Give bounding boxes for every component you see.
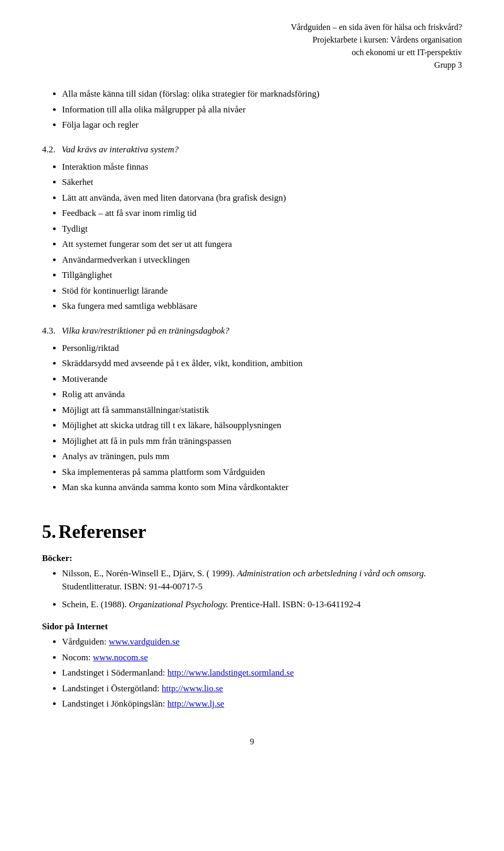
list-item: Stöd för kontinuerligt lärande bbox=[62, 284, 462, 298]
book1-italic: Administration och arbetsledning i vård … bbox=[237, 568, 426, 578]
list-item: Att systemet fungerar som det ser ut att… bbox=[62, 237, 462, 251]
list-item: Analys av träningen, puls mm bbox=[62, 450, 462, 463]
books-label: Böcker: bbox=[42, 553, 462, 564]
page-number: 9 bbox=[42, 737, 462, 746]
book2-italic: Organizational Psychology. bbox=[129, 599, 228, 609]
header-line3: och ekonomi ur ett IT-perspektiv bbox=[42, 46, 462, 59]
list-item: Rolig att använda bbox=[62, 388, 462, 401]
top-bullets-section: Alla måste känna till sidan (förslag: ol… bbox=[42, 87, 462, 132]
internet-item-4-label: Landstinget i Jönköpingslän: bbox=[62, 699, 167, 709]
section-5-title: Referenser bbox=[58, 521, 146, 542]
list-item: Information till alla olika målgrupper p… bbox=[62, 103, 462, 117]
internet-item-0-label: Vårdguiden: bbox=[62, 637, 109, 647]
internet-link-2[interactable]: http://www.landstinget.sormland.se bbox=[167, 668, 294, 678]
section-5-heading: 5. Referenser bbox=[42, 521, 462, 543]
list-item: Tydligt bbox=[62, 222, 462, 236]
book2-end: Prentice-Hall. ISBN: 0-13-641192-4 bbox=[230, 599, 361, 609]
list-item: Landstinget i Jönköpingslän: http://www.… bbox=[62, 697, 462, 711]
internet-item-2-label: Landstinget i Södermanland: bbox=[62, 668, 167, 678]
interaktiva-bullets-section: Interaktion måste finnas Säkerhet Lätt a… bbox=[42, 160, 462, 313]
book1-end: Studentlitteratur. ISBN: 91-44-00717-5 bbox=[62, 582, 203, 591]
page-header: Vårdguiden – en sida även för hälsa och … bbox=[42, 21, 462, 71]
list-item: Följa lagar och regler bbox=[62, 118, 462, 132]
book1-normal: Nilsson, E., Norén-Winsell E., Djärv, S.… bbox=[62, 568, 235, 578]
traningsdagbok-bullets-section: Personlig/riktad Skräddarsydd med avseen… bbox=[42, 341, 462, 494]
books-list: Nilsson, E., Norén-Winsell E., Djärv, S.… bbox=[62, 567, 462, 611]
list-item: Säkerhet bbox=[62, 175, 462, 189]
list-item: Interaktion måste finnas bbox=[62, 160, 462, 174]
list-item: Feedback – att få svar inom rimlig tid bbox=[62, 206, 462, 220]
list-item: Vårdguiden: www.vardguiden.se bbox=[62, 635, 462, 649]
internet-label: Sidor på Internet bbox=[42, 621, 462, 632]
list-item: Möjligt att få sammanställningar/statist… bbox=[62, 403, 462, 417]
section-43-heading: 4.3. Vilka krav/restriktioner på en trän… bbox=[42, 326, 462, 336]
list-item: Man ska kunna använda samma konto som Mi… bbox=[62, 481, 462, 494]
internet-item-3-label: Landstinget i Östergötland: bbox=[62, 683, 162, 693]
list-item: Användarmedverkan i utvecklingen bbox=[62, 253, 462, 267]
references-section: Böcker: Nilsson, E., Norén-Winsell E., D… bbox=[42, 553, 462, 711]
interaktiva-bullets-list: Interaktion måste finnas Säkerhet Lätt a… bbox=[62, 160, 462, 313]
internet-link-3[interactable]: http://www.lio.se bbox=[162, 683, 223, 693]
list-item: Nilsson, E., Norén-Winsell E., Djärv, S.… bbox=[62, 567, 462, 594]
list-item: Motiverande bbox=[62, 372, 462, 386]
list-item: Nocom: www.nocom.se bbox=[62, 651, 462, 665]
header-line4: Grupp 3 bbox=[42, 59, 462, 71]
internet-list: Vårdguiden: www.vardguiden.se Nocom: www… bbox=[62, 635, 462, 711]
internet-link-4[interactable]: http://www.lj.se bbox=[167, 699, 224, 709]
section-5-number: 5. bbox=[42, 521, 56, 542]
section-43-number: 4.3. bbox=[42, 326, 56, 336]
internet-item-1-label: Nocom: bbox=[62, 652, 93, 662]
header-line1: Vårdguiden – en sida även för hälsa och … bbox=[42, 21, 462, 34]
section-42-title: Vad krävs av interaktiva system? bbox=[62, 144, 179, 155]
list-item: Landstinget i Östergötland: http://www.l… bbox=[62, 682, 462, 696]
list-item: Lätt att använda, även med liten datorva… bbox=[62, 191, 462, 205]
list-item: Ska fungera med samtliga webbläsare bbox=[62, 299, 462, 313]
top-bullets-list: Alla måste känna till sidan (förslag: ol… bbox=[62, 87, 462, 132]
list-item: Landstinget i Södermanland: http://www.l… bbox=[62, 666, 462, 680]
book2-normal: Schein, E. (1988). bbox=[62, 599, 127, 609]
internet-link-1[interactable]: www.nocom.se bbox=[93, 652, 148, 662]
header-line2: Projektarbete i kursen: Vårdens organisa… bbox=[42, 34, 462, 46]
traningsdagbok-bullets-list: Personlig/riktad Skräddarsydd med avseen… bbox=[62, 341, 462, 494]
section-43-title: Vilka krav/restriktioner på en träningsd… bbox=[62, 326, 229, 336]
list-item: Tillgänglighet bbox=[62, 268, 462, 282]
list-item: Schein, E. (1988). Organizational Psycho… bbox=[62, 598, 462, 611]
section-42-heading: 4.2. Vad krävs av interaktiva system? bbox=[42, 144, 462, 155]
list-item: Alla måste känna till sidan (förslag: ol… bbox=[62, 87, 462, 101]
section-42-number: 4.2. bbox=[42, 144, 56, 155]
list-item: Möjlighet att få in puls mm från träning… bbox=[62, 434, 462, 448]
list-item: Möjlighet att skicka utdrag till t ex lä… bbox=[62, 419, 462, 432]
internet-link-0[interactable]: www.vardguiden.se bbox=[109, 637, 180, 647]
list-item: Personlig/riktad bbox=[62, 341, 462, 355]
list-item: Skräddarsydd med avseende på t ex ålder,… bbox=[62, 357, 462, 370]
list-item: Ska implementeras på samma plattform som… bbox=[62, 465, 462, 479]
